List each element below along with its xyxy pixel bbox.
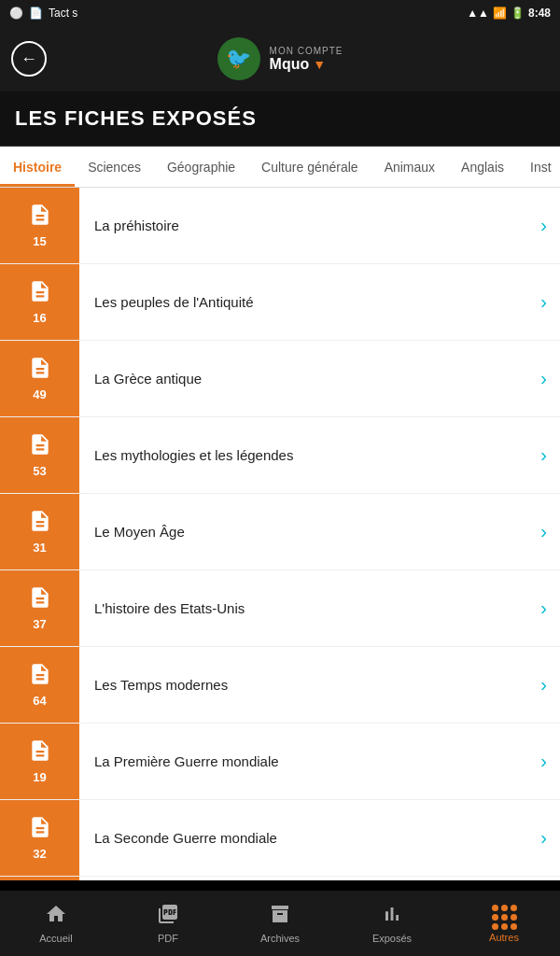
item-count: 31 bbox=[33, 541, 46, 555]
item-text: La Première Guerre mondiale bbox=[79, 753, 540, 769]
nav-autres[interactable]: Autres bbox=[448, 891, 560, 956]
item-text: Les mythologies et les légendes bbox=[79, 447, 540, 463]
nav-autres-label: Autres bbox=[489, 932, 519, 943]
list-container: 15 La préhistoire › 16 Les peuples de l'… bbox=[0, 188, 560, 880]
nav-accueil[interactable]: Accueil bbox=[0, 891, 112, 956]
tab-géographie[interactable]: Géographie bbox=[154, 147, 248, 187]
nav-pdf-label: PDF bbox=[158, 933, 178, 944]
signal-icon: 📶 bbox=[493, 7, 507, 20]
chevron-right-icon: › bbox=[540, 444, 560, 466]
item-text: Le Moyen Âge bbox=[79, 524, 540, 540]
file-icon bbox=[28, 356, 52, 386]
chevron-right-icon: › bbox=[540, 291, 560, 313]
tabs-bar: HistoireSciencesGéographieCulture généra… bbox=[0, 147, 560, 188]
item-count: 15 bbox=[33, 234, 46, 248]
back-button[interactable]: ← bbox=[11, 41, 47, 77]
page-title: LES FICHES EXPOSÉS bbox=[15, 106, 257, 130]
list-item-badge: 37 bbox=[0, 570, 79, 646]
list-item[interactable]: 19 La Première Guerre mondiale › bbox=[0, 724, 560, 800]
wifi-icon: ▲▲ bbox=[467, 7, 489, 20]
chart-icon bbox=[381, 903, 403, 931]
status-circle-icon: ⚪ bbox=[9, 7, 23, 20]
file-icon bbox=[28, 203, 52, 232]
chevron-right-icon: › bbox=[540, 521, 560, 542]
file-icon bbox=[28, 279, 52, 309]
file-icon bbox=[28, 662, 52, 692]
list-item[interactable]: 31 Le Moyen Âge › bbox=[0, 494, 560, 570]
item-count: 49 bbox=[33, 387, 46, 401]
file-icon bbox=[28, 585, 52, 615]
dots-icon bbox=[492, 905, 517, 930]
page-title-bar: LES FICHES EXPOSÉS bbox=[0, 91, 560, 147]
file-icon bbox=[28, 815, 52, 845]
account-info: MON COMPTE Mquo ▼ bbox=[270, 46, 343, 73]
item-text: La Grèce antique bbox=[79, 371, 540, 387]
item-count: 19 bbox=[33, 770, 46, 784]
archives-icon bbox=[269, 903, 291, 931]
time-display: 8:48 bbox=[528, 7, 551, 20]
list-item-badge: 32 bbox=[0, 800, 79, 876]
mon-compte-label: MON COMPTE bbox=[270, 46, 343, 56]
logo-icon: 🐦 bbox=[226, 47, 251, 71]
file-icon bbox=[28, 432, 52, 462]
list-item[interactable]: 16 Les peuples de l'Antiquité › bbox=[0, 264, 560, 341]
bottom-nav: Accueil PDF Archives Exposés A bbox=[0, 891, 560, 956]
nav-exposes[interactable]: Exposés bbox=[336, 891, 448, 956]
list-item[interactable]: 64 Les Temps modernes › bbox=[0, 647, 560, 724]
username-row[interactable]: Mquo ▼ bbox=[270, 56, 327, 73]
list-item[interactable]: 15 La préhistoire › bbox=[0, 188, 560, 264]
item-text: Les peuples de l'Antiquité bbox=[79, 294, 540, 310]
chevron-right-icon: › bbox=[540, 827, 560, 849]
status-doc-icon: 📄 bbox=[29, 7, 43, 20]
nav-accueil-label: Accueil bbox=[39, 933, 72, 944]
status-bar: ⚪ 📄 Tact s ▲▲ 📶 🔋 8:48 bbox=[0, 0, 560, 26]
chevron-right-icon: › bbox=[540, 674, 560, 696]
pdf-icon bbox=[157, 903, 179, 931]
file-icon bbox=[28, 738, 52, 768]
nav-archives-label: Archives bbox=[260, 933, 300, 944]
tab-histoire[interactable]: Histoire bbox=[0, 147, 75, 187]
logo-area: 🐦 MON COMPTE Mquo ▼ bbox=[217, 37, 343, 80]
list-item[interactable]: 37 L'histoire des Etats-Unis › bbox=[0, 570, 560, 647]
list-item-badge: 31 bbox=[0, 494, 79, 569]
tab-inst[interactable]: Inst bbox=[517, 147, 560, 187]
dropdown-arrow-icon[interactable]: ▼ bbox=[313, 57, 326, 72]
chevron-right-icon: › bbox=[540, 215, 560, 236]
status-app-name: Tact s bbox=[49, 7, 77, 20]
back-icon: ← bbox=[21, 49, 37, 69]
battery-icon: 🔋 bbox=[511, 7, 525, 20]
file-icon bbox=[28, 509, 52, 539]
app-logo: 🐦 bbox=[217, 37, 260, 80]
item-text: Les Temps modernes bbox=[79, 677, 540, 693]
house-icon bbox=[45, 903, 67, 931]
list-item-badge: 49 bbox=[0, 341, 79, 416]
item-count: 64 bbox=[33, 694, 46, 708]
tab-culture-générale[interactable]: Culture générale bbox=[248, 147, 371, 187]
tab-anglais[interactable]: Anglais bbox=[448, 147, 517, 187]
chevron-right-icon: › bbox=[540, 751, 560, 772]
list-item-badge: 19 bbox=[0, 724, 79, 799]
nav-exposes-label: Exposés bbox=[372, 933, 412, 944]
chevron-right-icon: › bbox=[540, 368, 560, 389]
item-text: La préhistoire bbox=[79, 218, 540, 233]
list-item-badge: 53 bbox=[0, 417, 79, 493]
list-item[interactable]: 53 Les mythologies et les légendes › bbox=[0, 417, 560, 494]
nav-pdf[interactable]: PDF bbox=[112, 891, 224, 956]
item-text: L'histoire des Etats-Unis bbox=[79, 600, 540, 616]
nav-archives[interactable]: Archives bbox=[224, 891, 336, 956]
tab-sciences[interactable]: Sciences bbox=[75, 147, 154, 187]
list-item-badge: 40 bbox=[0, 877, 79, 880]
list-item[interactable]: 49 La Grèce antique › bbox=[0, 341, 560, 417]
list-item[interactable]: 32 La Seconde Guerre mondiale › bbox=[0, 800, 560, 877]
tab-animaux[interactable]: Animaux bbox=[371, 147, 448, 187]
username: Mquo bbox=[270, 56, 310, 73]
item-text: La Seconde Guerre mondiale bbox=[79, 830, 540, 846]
item-count: 37 bbox=[33, 617, 46, 631]
item-count: 53 bbox=[33, 464, 46, 478]
list-item-badge: 64 bbox=[0, 647, 79, 723]
chevron-right-icon: › bbox=[540, 598, 560, 619]
list-item[interactable]: 40 Le XXe et le XXIe siècle (hors guerre… bbox=[0, 877, 560, 880]
item-count: 16 bbox=[33, 311, 46, 325]
item-count: 32 bbox=[33, 847, 46, 861]
list-item-badge: 15 bbox=[0, 188, 79, 263]
